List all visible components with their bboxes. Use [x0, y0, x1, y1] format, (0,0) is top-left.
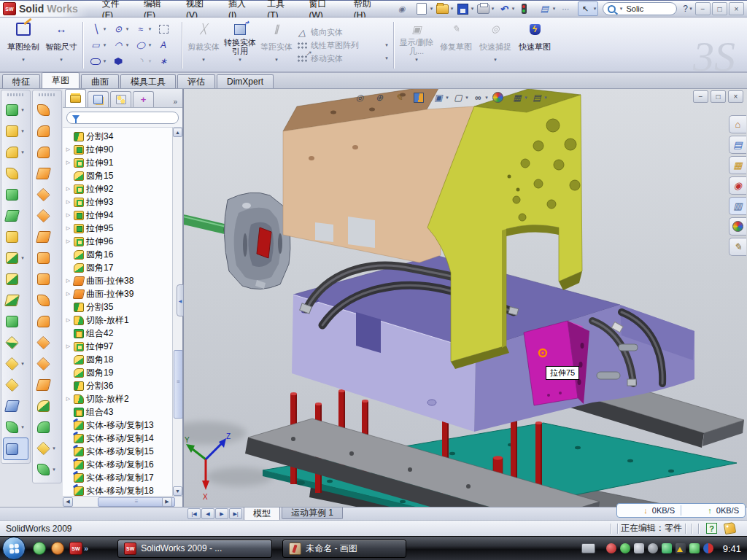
command-button[interactable]: ↔ 智能尺寸 ▾	[42, 19, 80, 71]
tree-filter-input[interactable]	[66, 112, 179, 124]
help-button[interactable]: ?	[683, 4, 688, 14]
search-input[interactable]: Solic	[626, 4, 643, 13]
view-toolbar-button[interactable]: ▾	[353, 90, 372, 105]
model-clamp-part[interactable]	[224, 192, 290, 289]
tree-item[interactable]: ▷ 实体-移动/复制18	[65, 484, 172, 496]
toolbar-button[interactable]: ▾	[33, 120, 61, 141]
doc-minimize-button[interactable]: −	[693, 90, 708, 103]
configurationmanager-tab[interactable]	[110, 91, 131, 107]
command-button[interactable]: ◎ 快速捕捉 ▾	[476, 19, 515, 71]
tree-item[interactable]: ▷ 曲面-拉伸39	[65, 287, 172, 300]
tree-item[interactable]: ▷ 圆角19	[65, 366, 172, 379]
sketch-entity-button[interactable]: ▾	[110, 53, 133, 69]
search-box[interactable]: ▾ Solic	[603, 2, 677, 15]
close-button[interactable]: ×	[729, 2, 744, 15]
scroll-up-button[interactable]: ▲	[173, 128, 182, 137]
sketch-entity-button[interactable]: A ▾	[155, 37, 178, 53]
doc-close-button[interactable]: ×	[728, 90, 743, 103]
view-toolbar-button[interactable]: ▾	[491, 90, 510, 105]
last-tab-button[interactable]: ▶|	[229, 508, 242, 519]
tree-item[interactable]: ▷ 圆角18	[65, 353, 172, 366]
tree-item[interactable]: ▷ 分割34	[65, 130, 172, 143]
tree-item[interactable]: ▷ 实体-移动/复制15	[65, 445, 172, 458]
tree-item[interactable]: ▷ 实体-移动/复制17	[65, 471, 172, 484]
view-toolbar-button[interactable]: ▾	[452, 90, 471, 105]
toolbar-button[interactable]: ▾	[1, 247, 30, 268]
toolbar-button[interactable]: ↶ ▾	[496, 1, 516, 16]
select-tool-button[interactable]: ↖ ▾	[578, 1, 598, 16]
tree-item[interactable]: ▷ 曲面-拉伸38	[65, 274, 172, 287]
command-button[interactable]: ╳ 剪裁实体 ▾	[185, 19, 222, 71]
sketch-entity-button[interactable]: ▾	[88, 53, 110, 69]
tree-item[interactable]: ▷ 拉伸93	[65, 195, 172, 209]
sketch-entity-button[interactable]: ◝ ▾	[133, 53, 155, 69]
toolbar-button[interactable]: ▾	[1, 374, 30, 395]
view-toolbar-button[interactable]: ▾	[511, 90, 530, 105]
view-toolbar-button[interactable]: ▾	[432, 90, 451, 105]
model-insert-block[interactable]	[524, 321, 589, 405]
quick-launch-overflow[interactable]: »	[84, 544, 88, 553]
task-pane-button[interactable]: ▤	[729, 136, 746, 154]
task-pane-button[interactable]: ▦	[729, 156, 746, 174]
tray-network-warning-icon[interactable]	[676, 543, 686, 553]
sketch-entity-button[interactable]: ∗ ▾	[155, 53, 178, 69]
quick-launch-icon[interactable]	[51, 542, 64, 555]
toolbar-button[interactable]: ▾	[1, 416, 30, 438]
toolbar-button[interactable]: ▾	[1, 205, 30, 226]
tree-item[interactable]: ▷ 拉伸90	[65, 143, 172, 156]
tray-updater-icon[interactable]	[703, 543, 713, 553]
toolbar-button[interactable]: ▾	[3, 438, 28, 460]
toolbar-button[interactable]: ▾	[33, 141, 61, 163]
scroll-thumb[interactable]	[174, 350, 182, 419]
model-guide-pin[interactable]	[619, 344, 638, 351]
tree-item[interactable]: ▷ 切除-放样1	[65, 314, 172, 327]
toolbar-button[interactable]: ▾	[33, 374, 61, 395]
tree-item[interactable]: ▷ 实体-移动/复制16	[65, 458, 172, 471]
manager-tabs-overflow[interactable]: »	[170, 98, 180, 107]
tree-item[interactable]: ▷ 实体-移动/复制13	[65, 419, 172, 432]
solidworks-quick-icon[interactable]: SW	[69, 542, 82, 555]
dimxpertmanager-tab[interactable]: +	[133, 91, 154, 107]
toolbar-button[interactable]: ▾	[33, 226, 61, 247]
toolbar-button[interactable]: ▾	[1, 268, 30, 289]
sketch-entity-button[interactable]: ◯ ▾	[133, 37, 155, 53]
tree-item[interactable]: ▷ 圆角15	[65, 169, 172, 182]
toolbar-button[interactable]: ▾	[476, 1, 496, 16]
tray-gear-icon[interactable]	[634, 543, 644, 553]
taskbar-button-solidworks[interactable]: SW SolidWorks 2009 - ...	[117, 540, 272, 558]
toolbar-button[interactable]: ▾	[1, 395, 30, 416]
tree-item[interactable]: ▷ 组合43	[65, 405, 172, 419]
ribbon-tab[interactable]: DimXpert	[217, 74, 274, 88]
expand-arrow-icon[interactable]: ▷	[65, 278, 71, 284]
toolbar-button[interactable]: ▾	[1, 163, 30, 184]
messenger-icon[interactable]	[33, 542, 46, 555]
expand-arrow-icon[interactable]: ▷	[65, 238, 71, 244]
toolbar-button[interactable]: ▾	[33, 163, 61, 184]
expand-arrow-icon[interactable]: ▷	[65, 186, 71, 192]
view-toolbar-button[interactable]: ▾	[373, 90, 392, 105]
sketch-entity-button[interactable]: ◠ ▾	[110, 37, 133, 53]
sketch-entity-button[interactable]: ⊙ ▾	[110, 21, 133, 37]
ribbon-tab[interactable]: 评估	[177, 74, 215, 88]
toolbar-button[interactable]: ▾	[516, 1, 537, 16]
view-toolbar-button[interactable]: ▾	[530, 90, 549, 105]
tree-horizontal-scrollbar[interactable]: ◀ ≡ ▶	[63, 496, 182, 507]
toolbar-button[interactable]: ▾	[414, 1, 435, 16]
toolbar-button[interactable]: ▾	[1, 289, 30, 311]
sketch-entity-button[interactable]: ╲ ▾	[88, 21, 110, 37]
toolbar-button[interactable]: ▾	[1, 120, 30, 141]
toolbar-button[interactable]: ▾	[33, 459, 61, 480]
sketch-entity-button[interactable]: ▾	[155, 21, 178, 37]
tray-sync-icon[interactable]	[662, 543, 672, 553]
ribbon-tab[interactable]: 曲面	[81, 74, 119, 88]
minimize-button[interactable]: −	[695, 2, 711, 15]
tree-item[interactable]: ▷ 实体-移动/复制14	[65, 432, 172, 445]
command-button[interactable]: ϟ 快速草图 ▾	[515, 19, 554, 71]
taskbar-clock[interactable]: 9:41	[723, 543, 741, 554]
tree-item[interactable]: ▷ 圆角16	[65, 248, 172, 261]
tree-item[interactable]: ▷ 分割36	[65, 379, 172, 392]
expand-arrow-icon[interactable]: ▷	[65, 225, 71, 231]
toolbar-button[interactable]: ▾	[1, 184, 30, 205]
expand-arrow-icon[interactable]: ▷	[65, 291, 71, 297]
toolbar-button[interactable]: ▾	[1, 99, 30, 120]
